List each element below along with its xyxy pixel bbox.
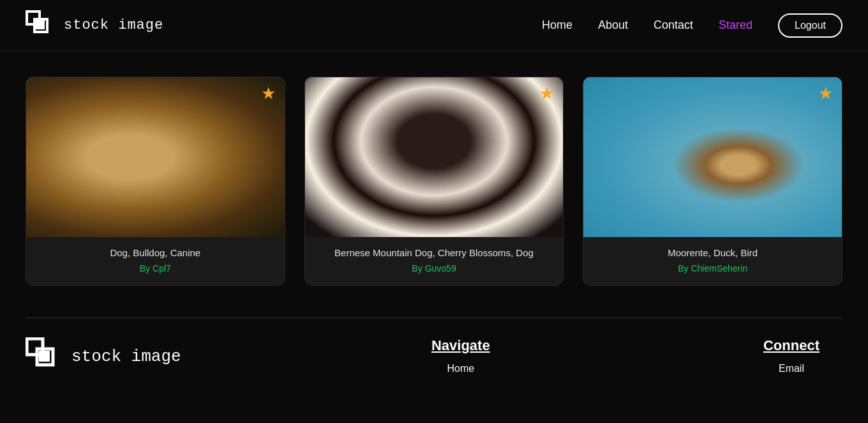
card-1-by-label: By	[140, 263, 150, 273]
footer-connect-title: Connect	[740, 337, 842, 354]
footer-connect-email[interactable]: Email	[740, 363, 842, 374]
nav-about[interactable]: About	[598, 19, 628, 32]
card-3-author-name: ChiemSeherin	[691, 263, 747, 273]
card-2-image	[305, 77, 564, 237]
footer-nav-home[interactable]: Home	[410, 363, 512, 374]
card-3-info: Moorente, Duck, Bird ByChiemSeherin	[583, 237, 842, 285]
card-2[interactable]: ★ Bernese Mountain Dog, Cherry Blossoms,…	[304, 77, 564, 286]
nav-home[interactable]: Home	[542, 19, 572, 32]
card-1-image-wrapper: ★	[26, 77, 285, 237]
cards-grid: ★ Dog, Bulldog, Canine ByCpl7 ★ Bernese …	[26, 77, 842, 286]
card-1-author: ByCpl7	[36, 263, 274, 273]
card-3-title: Moorente, Duck, Bird	[594, 247, 832, 258]
card-1-title: Dog, Bulldog, Canine	[36, 247, 274, 258]
footer: stock image Navigate Home Connect Email	[0, 318, 868, 391]
card-3-image-wrapper: ★	[583, 77, 842, 237]
site-name: stock image	[64, 17, 163, 33]
card-1-image	[26, 77, 285, 237]
footer-navigate-title: Navigate	[410, 337, 512, 354]
card-3-author: ByChiemSeherin	[594, 263, 832, 273]
footer-connect: Connect Email	[740, 337, 842, 378]
card-3-star[interactable]: ★	[818, 85, 833, 102]
card-1-author-name: Cpl7	[153, 263, 171, 273]
footer-logo: stock image	[26, 337, 181, 376]
card-2-star[interactable]: ★	[539, 85, 554, 102]
card-3-by-label: By	[678, 263, 688, 273]
card-3-image	[583, 77, 842, 237]
logo-icon	[26, 10, 56, 41]
card-1-info: Dog, Bulldog, Canine ByCpl7	[26, 237, 285, 285]
card-2-info: Bernese Mountain Dog, Cherry Blossoms, D…	[305, 237, 564, 285]
card-1-star[interactable]: ★	[261, 85, 276, 102]
svg-rect-5	[39, 351, 50, 362]
card-3[interactable]: ★ Moorente, Duck, Bird ByChiemSeherin	[583, 77, 842, 286]
footer-navigate: Navigate Home	[410, 337, 512, 378]
card-2-image-wrapper: ★	[305, 77, 564, 237]
nav-links: Home About Contact Stared Logout	[542, 13, 842, 38]
card-2-title: Bernese Mountain Dog, Cherry Blossoms, D…	[315, 247, 553, 258]
nav-contact[interactable]: Contact	[654, 19, 693, 32]
main-content: ★ Dog, Bulldog, Canine ByCpl7 ★ Bernese …	[0, 51, 868, 286]
footer-site-name: stock image	[71, 347, 181, 366]
logo: stock image	[26, 10, 163, 41]
card-2-author-name: Guvo59	[425, 263, 456, 273]
navbar: stock image Home About Contact Stared Lo…	[0, 0, 868, 51]
card-2-author: ByGuvo59	[315, 263, 553, 273]
card-2-by-label: By	[412, 263, 422, 273]
nav-stared[interactable]: Stared	[719, 19, 752, 32]
logout-button[interactable]: Logout	[778, 13, 842, 38]
svg-rect-2	[36, 20, 45, 29]
footer-logo-icon	[26, 337, 64, 376]
card-1[interactable]: ★ Dog, Bulldog, Canine ByCpl7	[26, 77, 285, 286]
